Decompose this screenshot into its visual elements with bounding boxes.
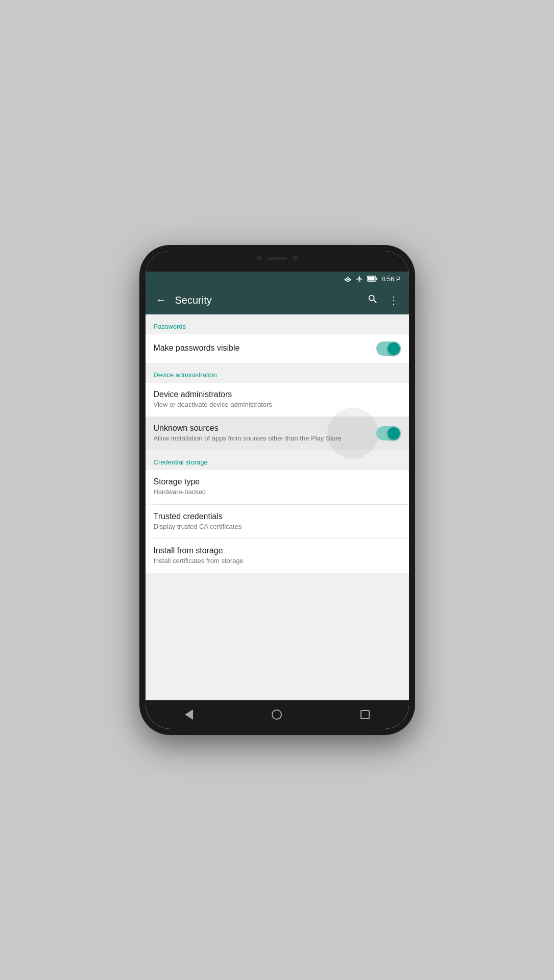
section-header-passwords: Passwords <box>146 314 409 334</box>
back-triangle-icon <box>185 709 193 720</box>
unknown-sources-toggle[interactable] <box>376 426 401 440</box>
make-passwords-toggle[interactable] <box>376 341 401 356</box>
status-bar: 8:56 P <box>146 272 409 286</box>
wifi-icon <box>344 276 352 282</box>
make-passwords-visible-item[interactable]: Make passwords visible <box>146 334 409 363</box>
camera-dot-2 <box>293 256 298 261</box>
nav-recents-button[interactable] <box>350 706 380 723</box>
unknown-sources-item[interactable]: Unknown sources Allow installation of ap… <box>146 416 409 450</box>
home-circle-icon <box>272 709 282 720</box>
toggle-thumb <box>388 342 400 355</box>
speaker-slit <box>267 257 287 260</box>
toggle-thumb-2 <box>388 427 400 439</box>
camera-dot <box>257 256 262 261</box>
phone-screen: 8:56 P ← Security ⋮ Passwords Make passw… <box>146 251 409 729</box>
trusted-credentials-title: Trusted credentials <box>154 512 401 521</box>
device-administrators-title: Device administrators <box>154 390 401 399</box>
phone-device: 8:56 P ← Security ⋮ Passwords Make passw… <box>139 245 415 735</box>
install-from-storage-title: Install from storage <box>154 546 401 555</box>
notch-bar <box>146 251 409 272</box>
more-button[interactable]: ⋮ <box>387 292 401 308</box>
nav-bar <box>146 700 409 729</box>
settings-content: Passwords Make passwords visible Device … <box>146 314 409 700</box>
install-from-storage-item[interactable]: Install from storage Install certificate… <box>146 539 409 573</box>
unknown-sources-subtitle: Allow installation of apps from sources … <box>154 434 368 443</box>
recents-square-icon <box>360 710 370 719</box>
make-passwords-visible-title: Make passwords visible <box>154 344 368 353</box>
notch-cutout <box>242 251 313 265</box>
svg-rect-2 <box>368 277 374 281</box>
nav-back-button[interactable] <box>175 705 203 724</box>
toolbar-title: Security <box>175 295 359 306</box>
storage-type-item[interactable]: Storage type Hardware-backed <box>146 470 409 504</box>
back-button[interactable]: ← <box>154 291 169 309</box>
trusted-credentials-item[interactable]: Trusted credentials Display trusted CA c… <box>146 505 409 538</box>
section-header-credential-storage: Credential storage <box>146 450 409 470</box>
battery-icon <box>367 276 377 282</box>
section-header-device-admin: Device administration <box>146 363 409 383</box>
nav-home-button[interactable] <box>261 705 292 724</box>
svg-rect-1 <box>376 278 377 280</box>
trusted-credentials-subtitle: Display trusted CA certificates <box>154 522 401 531</box>
airplane-icon <box>356 275 363 282</box>
status-time: 8:56 P <box>381 275 401 283</box>
unknown-sources-title: Unknown sources <box>154 424 368 433</box>
search-button[interactable] <box>365 291 380 309</box>
device-administrators-subtitle: View or deactivate device administrators <box>154 400 401 409</box>
toolbar: ← Security ⋮ <box>146 286 409 314</box>
device-administrators-item[interactable]: Device administrators View or deactivate… <box>146 383 409 416</box>
storage-type-subtitle: Hardware-backed <box>154 487 401 497</box>
install-from-storage-subtitle: Install certificates from storage <box>154 556 401 566</box>
storage-type-title: Storage type <box>154 477 401 486</box>
